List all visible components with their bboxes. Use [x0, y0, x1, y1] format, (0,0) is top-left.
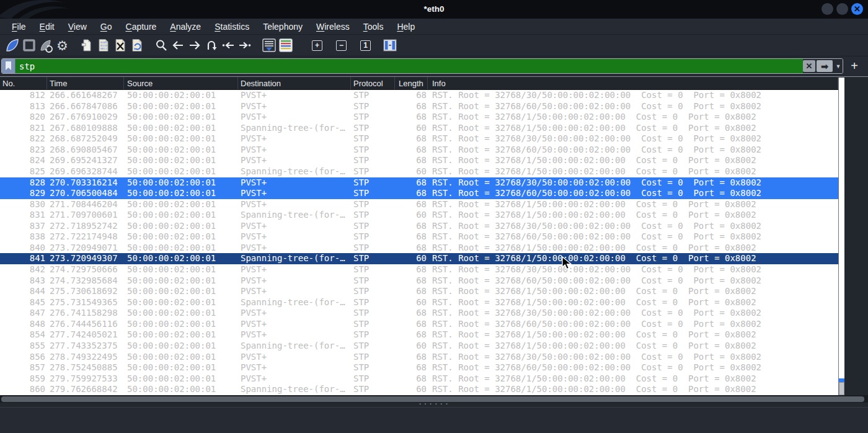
- cell-info: RST. Root = 32768/1/50:00:00:02:00:00 Co…: [428, 112, 838, 123]
- cell-time: 266.661648267: [47, 90, 124, 101]
- open-file-icon: [79, 38, 94, 53]
- packet-row-860[interactable]: 860 279.762668842 50:00:00:02:00:01 Span…: [0, 384, 838, 395]
- menu-help[interactable]: Help: [390, 20, 422, 33]
- filter-history-caret[interactable]: ▼: [834, 59, 843, 73]
- go-last-packet-button[interactable]: [236, 37, 253, 54]
- packet-row-829[interactable]: 829 270.706500484 50:00:00:02:00:01 PVST…: [0, 188, 838, 199]
- apply-filter-button[interactable]: ➡: [817, 60, 833, 72]
- column-header-proto[interactable]: Protocol: [351, 77, 395, 89]
- packet-row-848[interactable]: 848 276.744456116 50:00:00:02:00:01 PVST…: [0, 319, 838, 330]
- cell-no: 856: [0, 352, 47, 363]
- close-file-button[interactable]: [112, 37, 128, 54]
- find-packet-button[interactable]: [153, 37, 169, 54]
- filter-bookmark-button[interactable]: [2, 59, 16, 73]
- packet-row-857[interactable]: 857 278.752450885 50:00:00:02:00:01 PVST…: [0, 362, 838, 373]
- clear-filter-button[interactable]: ✕: [803, 60, 815, 72]
- packet-row-838[interactable]: 838 272.722174948 50:00:00:02:00:01 PVST…: [0, 231, 838, 243]
- packet-row-837[interactable]: 837 272.718952742 50:00:00:02:00:01 PVST…: [0, 221, 838, 232]
- column-header-time[interactable]: Time: [47, 77, 124, 89]
- restart-capture-button[interactable]: [37, 37, 54, 54]
- cell-length: 60: [395, 123, 428, 134]
- cell-no: 821: [0, 123, 47, 134]
- cell-destination: PVST+: [238, 221, 351, 232]
- reload-file-button[interactable]: [128, 37, 145, 54]
- minimize-button[interactable]: [822, 3, 833, 15]
- menu-statistics[interactable]: Statistics: [208, 20, 256, 33]
- menu-go[interactable]: Go: [94, 20, 119, 33]
- packet-row-855[interactable]: 855 277.743352375 50:00:00:02:00:01 Span…: [0, 341, 838, 352]
- zoom-out-button[interactable]: −: [333, 37, 350, 54]
- auto-scroll-icon: [261, 37, 277, 53]
- packet-row-856[interactable]: 856 278.749322495 50:00:00:02:00:01 PVST…: [0, 352, 838, 363]
- go-to-packet-button[interactable]: [203, 37, 219, 54]
- save-file-button[interactable]: 010101100011: [95, 37, 112, 54]
- menu-capture[interactable]: Capture: [119, 20, 164, 33]
- menu-view[interactable]: View: [61, 20, 94, 33]
- cell-protocol: STP: [351, 221, 395, 232]
- vertical-scrollbar[interactable]: [839, 78, 844, 395]
- packet-row-854[interactable]: 854 277.742405021 50:00:00:02:00:01 PVST…: [0, 329, 838, 341]
- menu-analyze[interactable]: Analyze: [163, 20, 208, 33]
- packet-row-823[interactable]: 823 268.690805467 50:00:00:02:00:01 PVST…: [0, 145, 838, 156]
- cell-info: RST. Root = 32768/30/50:00:00:02:00:00 C…: [428, 308, 838, 319]
- menu-wireless[interactable]: Wireless: [309, 20, 356, 33]
- close-button[interactable]: ✕: [851, 3, 863, 15]
- cell-no: 813: [0, 101, 47, 112]
- packet-row-820[interactable]: 820 267.676910029 50:00:00:02:00:01 PVST…: [0, 112, 838, 123]
- display-filter-input[interactable]: [16, 59, 803, 73]
- packet-row-842[interactable]: 842 274.729750666 50:00:00:02:00:01 PVST…: [0, 264, 838, 275]
- packet-row-859[interactable]: 859 279.759927533 50:00:00:02:00:01 PVST…: [0, 373, 838, 385]
- column-header-len[interactable]: Length: [395, 77, 428, 89]
- cell-time: 275.730618692: [47, 286, 124, 297]
- go-back-button[interactable]: [169, 37, 186, 54]
- maximize-button[interactable]: [836, 3, 848, 15]
- menu-tools[interactable]: Tools: [356, 20, 391, 33]
- menu-telephony[interactable]: Telephony: [256, 20, 309, 33]
- go-first-packet-button[interactable]: [219, 37, 236, 54]
- cell-destination: PVST+: [238, 264, 351, 275]
- packet-row-844[interactable]: 844 275.730618692 50:00:00:02:00:01 PVST…: [0, 286, 838, 297]
- cell-destination: PVST+: [238, 145, 351, 156]
- zoom-in-icon: +: [312, 40, 322, 51]
- zoom-original-icon: 1: [360, 40, 371, 51]
- packet-row-845[interactable]: 845 275.731549365 50:00:00:02:00:01 Span…: [0, 297, 838, 308]
- packet-row-824[interactable]: 824 269.695241327 50:00:00:02:00:01 PVST…: [0, 155, 838, 166]
- packet-row-843[interactable]: 843 274.732985684 50:00:00:02:00:01 PVST…: [0, 275, 838, 287]
- packet-row-831[interactable]: 831 271.709700601 50:00:00:02:00:01 Span…: [0, 210, 838, 221]
- capture-options-button[interactable]: ⚙: [54, 37, 71, 54]
- vertical-scrollbar-handle[interactable]: [839, 382, 844, 395]
- cell-length: 68: [395, 90, 428, 101]
- go-forward-button[interactable]: [186, 37, 203, 54]
- svg-text:0011: 0011: [100, 47, 107, 50]
- packet-row-812[interactable]: 812 266.661648267 50:00:00:02:00:01 PVST…: [0, 90, 838, 101]
- column-header-dst[interactable]: Destination: [238, 77, 351, 89]
- packet-row-822[interactable]: 822 268.687252049 50:00:00:02:00:01 PVST…: [0, 133, 838, 145]
- packet-row-847[interactable]: 847 276.741158298 50:00:00:02:00:01 PVST…: [0, 308, 838, 319]
- shark-fin-icon: [5, 38, 20, 53]
- cell-no: 854: [0, 329, 47, 341]
- auto-scroll-button[interactable]: [260, 37, 277, 54]
- zoom-in-button[interactable]: +: [309, 37, 326, 54]
- colorize-packets-button[interactable]: [277, 37, 294, 54]
- add-filter-button[interactable]: +: [847, 58, 862, 74]
- start-capture-button[interactable]: [4, 37, 20, 54]
- open-file-button[interactable]: [78, 37, 95, 54]
- packet-row-821[interactable]: 821 267.680109888 50:00:00:02:00:01 Span…: [0, 123, 838, 134]
- column-header-src[interactable]: Source: [124, 77, 238, 89]
- packet-row-813[interactable]: 813 266.667847086 50:00:00:02:00:01 PVST…: [0, 101, 838, 112]
- menu-edit[interactable]: Edit: [33, 20, 61, 33]
- resize-columns-button[interactable]: [381, 37, 398, 54]
- packet-row-830[interactable]: 830 271.708446204 50:00:00:02:00:01 PVST…: [0, 199, 838, 210]
- packet-row-825[interactable]: 825 269.696328744 50:00:00:02:00:01 Span…: [0, 166, 838, 177]
- column-header-info[interactable]: Info: [428, 77, 838, 89]
- cell-time: 276.741158298: [47, 308, 124, 319]
- zoom-original-button[interactable]: 1: [357, 37, 374, 54]
- packet-row-828[interactable]: 828 270.703316214 50:00:00:02:00:01 PVST…: [0, 177, 838, 189]
- pane-splitter[interactable]: ······: [0, 403, 868, 407]
- cell-destination: PVST+: [238, 286, 351, 297]
- menu-file[interactable]: File: [5, 20, 33, 33]
- packet-row-841[interactable]: 841 273.720949307 50:00:00:02:00:01 Span…: [0, 253, 838, 264]
- packet-row-840[interactable]: 840 273.720949071 50:00:00:02:00:01 PVST…: [0, 243, 838, 254]
- column-header-no[interactable]: No.: [0, 77, 47, 89]
- stop-capture-button[interactable]: [20, 37, 37, 54]
